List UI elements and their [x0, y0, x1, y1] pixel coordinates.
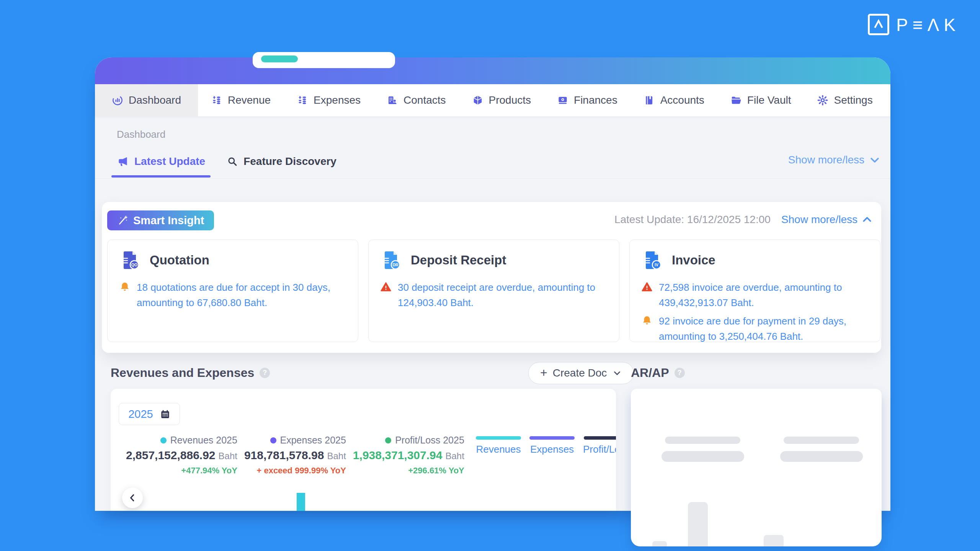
- series-label: Revenues 2025: [170, 435, 237, 446]
- nav-label: File Vault: [747, 94, 791, 106]
- series-yoy: +477.94% YoY: [181, 466, 237, 476]
- section-title: Revenues and Expenses: [111, 366, 254, 380]
- peak-wordmark: P≡ΛK: [896, 15, 960, 34]
- svg-text:QO: QO: [131, 262, 137, 267]
- year-selector[interactable]: 2025: [119, 403, 180, 425]
- legend-col-expenses: Expenses 2025 918,781,578.98Baht + excee…: [244, 435, 346, 476]
- divider: [95, 178, 890, 179]
- series-yoy: +296.61% YoY: [408, 466, 464, 476]
- nav-label: Expenses: [314, 94, 361, 106]
- chevron-down-icon: [612, 368, 622, 378]
- nav-item-products[interactable]: Products: [459, 84, 544, 116]
- alert-item: 18 quotations are due for accept in 30 d…: [119, 280, 346, 310]
- skeleton-chart-bar: [652, 541, 667, 546]
- smart-insight-label: Smart Insight: [133, 214, 204, 227]
- toggle-profit-loss[interactable]: Profit/Loss: [583, 436, 616, 455]
- series-toggles: Revenues Expenses Profit/Loss: [476, 436, 616, 455]
- window-gradient-bar: [95, 57, 890, 84]
- series-value: 1,938,371,307.94: [353, 449, 443, 461]
- tab-label: Latest Update: [134, 155, 205, 168]
- insight-card-title: Invoice: [672, 253, 715, 267]
- nav-item-finances[interactable]: Finances: [544, 84, 630, 116]
- nav-item-file-vault[interactable]: File Vault: [717, 84, 804, 116]
- toggle-bar: [529, 436, 575, 440]
- ledger-book-icon: [644, 95, 655, 106]
- chart-prev-button[interactable]: [122, 487, 143, 508]
- toggle-label: Revenues: [476, 443, 521, 455]
- show-more-less-toggle[interactable]: Show more/less: [788, 154, 880, 166]
- alert-item: 72,598 invoice are overdue, amounting to…: [641, 280, 869, 310]
- insight-card-invoice: IV Invoice 72,598 invoice are overdue, a…: [629, 240, 880, 342]
- legend-col-revenues: Revenues 2025 2,857,152,886.92Baht +477.…: [126, 435, 237, 476]
- series-value: 2,857,152,886.92: [126, 449, 216, 461]
- alert-item: 30 deposit receipt are overdue, amountin…: [380, 280, 608, 310]
- skeleton-chart-bar: [688, 502, 708, 546]
- nav-label: Contacts: [403, 94, 446, 106]
- series-label: Profit/Loss 2025: [395, 435, 464, 446]
- arap-card: [631, 389, 882, 546]
- nav-item-revenue[interactable]: Revenue: [198, 84, 284, 116]
- toggle-revenues[interactable]: Revenues: [476, 436, 521, 455]
- nav-item-dashboard[interactable]: Dashboard: [95, 84, 198, 116]
- latest-update-timestamp: Latest Update: 16/12/2025 12:00: [614, 214, 771, 226]
- alert-text: 72,598 invoice are overdue, amounting to…: [659, 280, 869, 310]
- help-icon[interactable]: ?: [675, 368, 685, 378]
- main-nav: Dashboard Revenue Expenses Contacts Prod…: [95, 84, 890, 116]
- section-title: AR/AP: [631, 366, 669, 380]
- toggle-label: Expenses: [530, 443, 574, 455]
- smart-insight-header-right: Latest Update: 16/12/2025 12:00 Show mor…: [614, 214, 873, 226]
- nav-label: Dashboard: [129, 94, 181, 106]
- insight-card-deposit-receipt: DR Deposit Receipt 30 deposit receipt ar…: [368, 240, 619, 342]
- view-tabs: Latest Update Feature Discovery: [117, 152, 336, 171]
- nav-item-settings[interactable]: Settings: [804, 84, 885, 116]
- tab-latest-update[interactable]: Latest Update: [117, 155, 205, 168]
- series-value: 918,781,578.98: [244, 449, 324, 461]
- tab-feature-discovery[interactable]: Feature Discovery: [227, 155, 336, 168]
- year-value: 2025: [128, 408, 153, 421]
- insight-cards: QO Quotation 18 quotations are due for a…: [107, 240, 876, 342]
- skeleton-bar: [784, 437, 859, 444]
- nav-item-contacts[interactable]: Contacts: [374, 84, 459, 116]
- chevron-up-icon: [861, 214, 873, 225]
- help-icon[interactable]: ?: [260, 368, 270, 378]
- nav-item-accounts[interactable]: Accounts: [630, 84, 717, 116]
- warning-icon: [380, 281, 392, 293]
- top-tab-teal-chip: [261, 55, 298, 62]
- toggle-label: Profit/Loss: [583, 443, 616, 455]
- panel-show-more-less-toggle[interactable]: Show more/less: [781, 214, 873, 226]
- arap-heading: AR/AP ?: [631, 366, 685, 380]
- alert-text: 92 invoice are due for payment in 29 day…: [659, 313, 869, 344]
- coins-up-icon: [211, 95, 222, 106]
- bell-icon: [641, 315, 653, 326]
- bell-icon: [119, 281, 131, 293]
- toggle-bar: [584, 436, 616, 440]
- alert-text: 30 deposit receipt are overdue, amountin…: [398, 280, 608, 310]
- tab-label: Feature Discovery: [243, 155, 336, 168]
- quotation-document-icon: QO: [119, 249, 141, 271]
- nav-item-expenses[interactable]: Expenses: [284, 84, 374, 116]
- series-unit: Baht: [327, 451, 346, 461]
- invoice-document-icon: IV: [641, 249, 663, 271]
- app-window: Dashboard Revenue Expenses Contacts Prod…: [95, 57, 890, 511]
- search-icon: [227, 156, 238, 167]
- banknote-icon: [557, 95, 568, 106]
- breadcrumb: Dashboard: [117, 129, 165, 140]
- svg-text:IV: IV: [655, 262, 658, 267]
- revenues-expenses-card: 2025 Revenues 2025 2,857,152,886.92Baht …: [111, 389, 616, 511]
- peak-logo-icon: [868, 14, 889, 35]
- nav-label: Products: [489, 94, 531, 106]
- skeleton-bar: [780, 451, 863, 462]
- show-more-less-label: Show more/less: [788, 154, 864, 166]
- skeleton-chart-bar: [764, 535, 784, 546]
- nav-label: Settings: [834, 94, 872, 106]
- nav-label: Revenue: [228, 94, 271, 106]
- chevron-left-icon: [127, 493, 137, 503]
- legend-col-profit-loss: Profit/Loss 2025 1,938,371,307.94Baht +2…: [353, 435, 464, 476]
- create-doc-button[interactable]: + Create Doc: [528, 362, 634, 384]
- plus-icon: +: [540, 367, 547, 379]
- series-unit: Baht: [445, 451, 464, 461]
- toggle-expenses[interactable]: Expenses: [529, 436, 575, 455]
- revenues-dot: [160, 437, 167, 443]
- skeleton-bar: [662, 451, 744, 462]
- magic-wand-icon: [117, 215, 128, 226]
